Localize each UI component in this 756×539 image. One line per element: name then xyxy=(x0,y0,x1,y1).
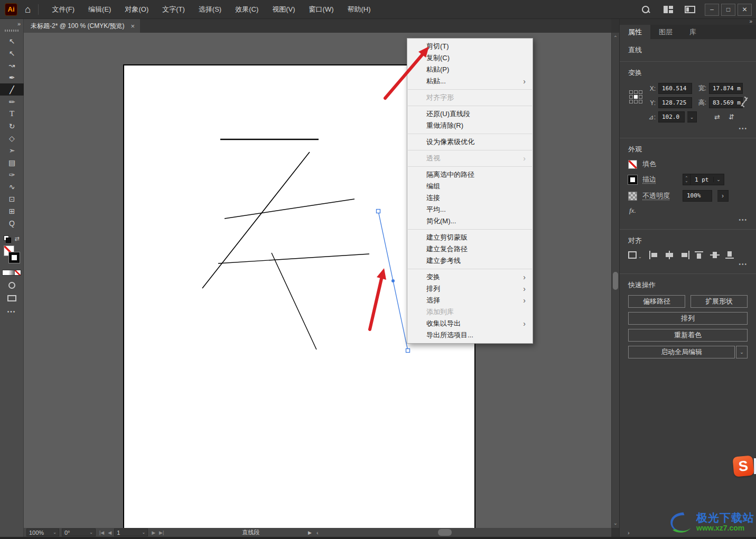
angle-dropdown-icon[interactable]: ⌄ xyxy=(687,111,697,122)
scroll-down-icon[interactable]: ⌄ xyxy=(612,520,619,526)
context-menu-item[interactable]: 重做清除(R) xyxy=(407,120,533,131)
context-menu-item[interactable]: 编组 xyxy=(407,181,533,192)
panel-tab[interactable]: 图层 xyxy=(650,25,681,39)
recolor-button[interactable]: 重新着色 xyxy=(628,329,748,342)
arrange-button[interactable]: 排列 xyxy=(628,312,748,325)
context-menu-item[interactable]: 简化(M)... xyxy=(407,215,533,227)
toolbar-grip[interactable] xyxy=(5,30,18,32)
context-menu-item[interactable]: 建立参考线 xyxy=(407,255,533,267)
align-bottom-icon[interactable] xyxy=(725,251,736,259)
context-menu-item[interactable]: 变换 xyxy=(407,271,533,283)
menu-item[interactable]: 文件(F) xyxy=(46,2,80,17)
context-menu-item[interactable]: 复制(C) xyxy=(407,52,533,64)
default-fill-stroke-icon[interactable] xyxy=(4,235,11,242)
appearance-more-icon[interactable]: ••• xyxy=(628,217,748,223)
context-menu-item[interactable]: 连接 xyxy=(407,192,533,204)
search-icon[interactable] xyxy=(642,6,650,14)
scroll-up-icon[interactable]: ⌃ xyxy=(612,35,619,41)
rotate-angle-input[interactable]: 102.0 xyxy=(658,111,685,122)
width-input[interactable]: 17.874 m xyxy=(709,83,743,94)
stroke-weight-control[interactable]: ⌃⌄ 1 pt ⌄ xyxy=(683,174,724,185)
rotation-select[interactable]: 0° ⌄ xyxy=(62,528,96,536)
align-to-dropdown-icon[interactable]: ⌄ xyxy=(638,254,642,259)
vertical-scrollbar-thumb[interactable] xyxy=(613,272,618,290)
effects-button[interactable]: fx. xyxy=(629,206,748,215)
color-mode-bar[interactable] xyxy=(2,270,21,276)
flip-horizontal-icon[interactable]: ⇄ xyxy=(714,113,720,121)
align-top-icon[interactable] xyxy=(695,251,705,259)
menu-item[interactable]: 对象(O) xyxy=(119,2,154,17)
constrain-proportions-icon[interactable] xyxy=(740,96,749,108)
stroke-label[interactable]: 描边 xyxy=(642,175,677,184)
curvature-tool[interactable]: ↝ xyxy=(0,59,24,71)
shaper-tool[interactable]: ➣ xyxy=(0,144,24,156)
context-menu-item[interactable]: 选择 xyxy=(407,295,533,306)
align-center-horizontal-icon[interactable] xyxy=(664,251,675,259)
opacity-label[interactable]: 不透明度 xyxy=(642,191,677,201)
height-input[interactable]: 83.569 m xyxy=(709,97,743,108)
scroll-right-icon[interactable]: › xyxy=(628,529,630,536)
stroke-swatch[interactable] xyxy=(628,175,637,184)
type-tool[interactable]: T xyxy=(0,108,24,120)
swap-fill-stroke-icon[interactable]: ⇄ xyxy=(14,235,19,242)
context-menu-item[interactable]: 收集以导出 xyxy=(407,318,533,329)
minimize-button[interactable]: – xyxy=(705,4,719,16)
direct-selection-tool[interactable]: ↖ xyxy=(0,47,24,59)
panel-expand-icon[interactable]: » xyxy=(749,18,752,24)
menu-item[interactable]: 选择(S) xyxy=(193,2,227,17)
previous-artboard-icon[interactable]: ◀ xyxy=(108,530,111,535)
eraser-tool[interactable]: ◇ xyxy=(0,132,24,144)
app-logo-icon[interactable]: Ai xyxy=(5,3,17,16)
context-menu-item[interactable]: 粘贴... xyxy=(407,75,533,87)
context-menu-item[interactable]: 设为像素级优化 xyxy=(407,136,533,148)
overlay-badge[interactable]: S xyxy=(732,455,754,477)
toolbar-expand-icon[interactable]: » xyxy=(0,19,23,27)
stroke-color-swatch[interactable] xyxy=(9,252,20,263)
context-menu-item[interactable]: 粘贴(P) xyxy=(407,64,533,75)
global-edit-dropdown-icon[interactable]: ⌄ xyxy=(736,346,748,358)
scroll-left-icon[interactable]: ‹ xyxy=(316,529,319,536)
fill-label[interactable]: 填色 xyxy=(642,159,677,169)
global-edit-button[interactable]: 启动全局编辑 xyxy=(628,346,735,358)
expand-shape-button[interactable]: 扩展形状 xyxy=(690,295,748,308)
gradient-swatch[interactable] xyxy=(8,270,14,275)
flip-vertical-icon[interactable]: ⇵ xyxy=(729,113,734,121)
context-menu-item[interactable]: 导出所选项目... xyxy=(407,329,533,341)
context-menu-item[interactable]: 平均... xyxy=(407,204,533,215)
menu-item[interactable]: 文字(T) xyxy=(156,2,191,17)
context-menu-item[interactable]: 排列 xyxy=(407,283,533,295)
align-more-icon[interactable]: ••• xyxy=(628,261,748,267)
menu-item[interactable]: 视图(V) xyxy=(266,2,301,17)
horizontal-scrollbar-thumb[interactable] xyxy=(438,529,452,536)
reference-point-grid[interactable] xyxy=(629,90,642,103)
menu-item[interactable]: 窗口(W) xyxy=(303,2,340,17)
line-segment-tool[interactable]: ╱ xyxy=(0,83,24,96)
gradient-tool[interactable]: ▤ xyxy=(0,156,24,168)
arrange-documents-icon[interactable] xyxy=(685,6,695,13)
none-swatch[interactable] xyxy=(15,270,21,275)
context-menu-item[interactable]: 建立复合路径 xyxy=(407,243,533,255)
opacity-expand-icon[interactable]: › xyxy=(717,190,729,202)
first-artboard-icon[interactable]: |◀ xyxy=(99,530,104,535)
toolbar-more-icon[interactable]: ••• xyxy=(0,309,23,315)
align-middle-vertical-icon[interactable] xyxy=(710,251,721,259)
context-menu-item[interactable]: 隔离选中的路径 xyxy=(407,169,533,181)
context-menu-item[interactable]: 建立剪切蒙版 xyxy=(407,232,533,243)
zoom-tool[interactable]: Q xyxy=(0,217,24,229)
artboard-number-select[interactable]: 1 ⌄ xyxy=(114,528,148,536)
close-button[interactable]: ✕ xyxy=(738,4,752,16)
panel-tab[interactable]: 属性 xyxy=(620,25,650,39)
transform-more-icon[interactable]: ••• xyxy=(628,126,748,131)
menu-item[interactable]: 效果(C) xyxy=(229,2,264,17)
align-left-icon[interactable] xyxy=(649,251,659,259)
opacity-swatch[interactable] xyxy=(628,192,637,201)
selection-tool[interactable]: ↖ xyxy=(0,35,24,47)
context-menu-item[interactable]: 剪切(T) xyxy=(407,41,533,52)
next-artboard-icon[interactable]: ▶ xyxy=(152,530,155,535)
document-tab[interactable]: 未标题-2* @ 100 % (CMYK/预览) × xyxy=(24,19,140,33)
stroke-weight-stepper[interactable]: ⌃⌄ xyxy=(683,174,690,185)
artboard-tool[interactable]: ⊞ xyxy=(0,205,24,217)
blend-tool[interactable]: ∿ xyxy=(0,181,24,193)
horizontal-scrollbar[interactable] xyxy=(323,529,625,536)
stroke-weight-value[interactable]: 1 pt xyxy=(690,176,713,183)
